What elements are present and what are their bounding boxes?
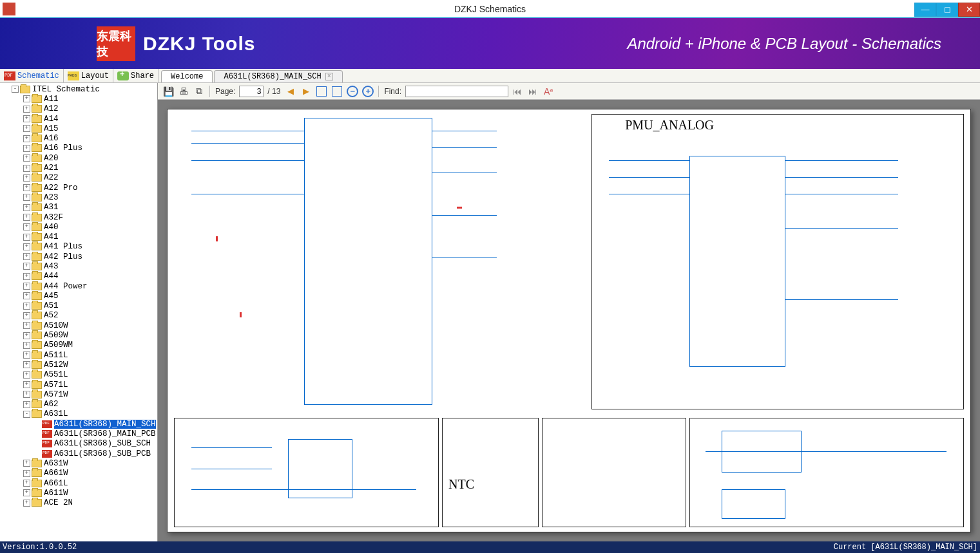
tab-main-sch[interactable]: A631L(SR368)_MAIN_SCH× (214, 70, 342, 82)
expand-icon[interactable]: + (23, 303, 30, 310)
close-button[interactable]: ✕ (958, 3, 980, 17)
expand-icon[interactable]: + (23, 174, 30, 182)
expand-icon[interactable]: + (23, 223, 30, 230)
expand-icon[interactable]: + (23, 342, 30, 349)
tree-folder-item[interactable]: +A15 (0, 124, 157, 133)
tree-folder-item[interactable]: +A661W (0, 469, 157, 478)
expand-icon[interactable]: + (23, 273, 30, 280)
tab-welcome[interactable]: Welcome (161, 70, 213, 82)
tree-folder-item[interactable]: +A52 (0, 311, 157, 321)
expand-icon[interactable]: + (23, 165, 30, 172)
tree-folder-item[interactable]: +A41 Plus (0, 242, 157, 252)
expand-icon[interactable]: + (23, 401, 30, 408)
tree-folder-item[interactable]: +A21 (0, 163, 157, 173)
expand-icon[interactable]: + (23, 214, 30, 221)
mode-layout-button[interactable]: Layout (64, 69, 113, 82)
tree-folder-item[interactable]: +A62 (0, 400, 157, 409)
expand-icon[interactable]: + (23, 194, 30, 201)
viewer-content[interactable]: PMU_ANALOG NTC (158, 100, 980, 541)
expand-icon[interactable]: + (23, 184, 30, 191)
expand-icon[interactable]: + (23, 106, 30, 113)
expand-icon[interactable]: + (23, 391, 30, 398)
maximize-button[interactable]: ◻ (936, 3, 958, 17)
tree-folder-item[interactable]: +A611W (0, 488, 157, 498)
tree-folder-item[interactable]: +A16 (0, 133, 157, 143)
page-next-button[interactable]: ▶ (300, 85, 312, 98)
tree-folder-item[interactable]: +A32F (0, 212, 157, 222)
tree-root[interactable]: -ITEL Schematic (0, 84, 157, 94)
expand-icon[interactable]: + (23, 243, 30, 250)
tool-copy-icon[interactable]: ⧉ (193, 85, 206, 98)
tree-folder-item[interactable]: +A509W (0, 330, 157, 340)
expand-icon[interactable]: + (23, 115, 30, 122)
tree-folder-item[interactable]: +A509WM (0, 341, 157, 350)
tree-folder-item[interactable]: +A23 (0, 192, 157, 202)
expand-icon[interactable]: + (23, 470, 30, 477)
tree-folder-item[interactable]: +A511L (0, 350, 157, 360)
tree-folder-item[interactable]: +A551L (0, 370, 157, 380)
tree-folder-item[interactable]: +A22 Pro (0, 183, 157, 192)
tree-folder-item[interactable]: +A510W (0, 321, 157, 330)
fit-page-button[interactable] (331, 85, 343, 98)
find-next-button[interactable]: ⏭ (526, 85, 539, 98)
tree-folder-item[interactable]: +A571W (0, 389, 157, 399)
collapse-icon[interactable]: - (12, 86, 19, 93)
tree-folder-item[interactable]: -A631L (0, 409, 157, 419)
zoom-out-button[interactable]: − (346, 85, 359, 98)
expand-icon[interactable]: + (23, 263, 30, 270)
expand-icon[interactable]: + (23, 460, 30, 467)
expand-icon[interactable]: + (23, 253, 30, 260)
expand-icon[interactable]: + (23, 283, 30, 290)
tool-save-icon[interactable]: 💾 (162, 85, 175, 98)
minimize-button[interactable]: — (914, 3, 936, 17)
expand-icon[interactable]: + (23, 381, 30, 388)
tree-folder-item[interactable]: +A40 (0, 222, 157, 232)
tree-folder-item[interactable]: +A14 (0, 114, 157, 124)
page-number-input[interactable] (239, 86, 264, 97)
expand-icon[interactable]: + (23, 500, 30, 507)
collapse-icon[interactable]: - (23, 411, 30, 418)
tree-file-item[interactable]: A631L(SR368)_SUB_SCH (0, 439, 157, 449)
fit-width-button[interactable] (315, 85, 328, 98)
tree-folder-item[interactable]: +A12 (0, 104, 157, 114)
find-input[interactable] (405, 86, 508, 97)
text-size-button[interactable]: Aᵃ (542, 85, 555, 98)
tree-folder-item[interactable]: +A44 Power (0, 281, 157, 291)
expand-icon[interactable]: + (23, 292, 30, 299)
find-prev-button[interactable]: ⏮ (511, 85, 524, 98)
tree-folder-item[interactable]: +A512W (0, 360, 157, 370)
expand-icon[interactable]: + (23, 145, 30, 152)
tree-folder-item[interactable]: +A661L (0, 478, 157, 488)
tree-folder-item[interactable]: +A16 Plus (0, 144, 157, 153)
tree-folder-item[interactable]: +A22 (0, 173, 157, 183)
tree-folder-item[interactable]: +A44 (0, 272, 157, 281)
expand-icon[interactable]: + (23, 204, 30, 211)
expand-icon[interactable]: + (23, 351, 30, 359)
expand-icon[interactable]: + (23, 322, 30, 329)
tree-sidebar[interactable]: -ITEL Schematic+A11+A12+A14+A15+A16+A16 … (0, 83, 158, 541)
tree-folder-item[interactable]: +A42 Plus (0, 252, 157, 261)
tree-folder-item[interactable]: +A41 (0, 232, 157, 241)
mode-share-button[interactable]: Share (113, 69, 159, 82)
expand-icon[interactable]: + (23, 234, 30, 241)
tree-file-item[interactable]: A631L(SR368)_MAIN_PCB (0, 429, 157, 438)
expand-icon[interactable]: + (23, 135, 30, 142)
page-prev-button[interactable]: ◀ (284, 85, 297, 98)
expand-icon[interactable]: + (23, 332, 30, 339)
expand-icon[interactable]: + (23, 361, 30, 368)
zoom-in-button[interactable]: + (361, 85, 374, 98)
tree-folder-item[interactable]: +A631W (0, 458, 157, 468)
tree-folder-item[interactable]: +ACE 2N (0, 498, 157, 507)
tree-folder-item[interactable]: +A20 (0, 153, 157, 163)
expand-icon[interactable]: + (23, 155, 30, 162)
expand-icon[interactable]: + (23, 371, 30, 379)
tree-file-item[interactable]: A631L(SR368)_MAIN_SCH (0, 419, 157, 429)
tree-folder-item[interactable]: +A51 (0, 301, 157, 311)
tree-folder-item[interactable]: +A43 (0, 261, 157, 271)
expand-icon[interactable]: + (23, 95, 30, 102)
schematic-page[interactable]: PMU_ANALOG NTC (167, 109, 971, 532)
expand-icon[interactable]: + (23, 312, 30, 319)
expand-icon[interactable]: + (23, 480, 30, 487)
tab-close-icon[interactable]: × (325, 73, 333, 80)
tool-print-icon[interactable]: 🖶 (177, 85, 190, 98)
